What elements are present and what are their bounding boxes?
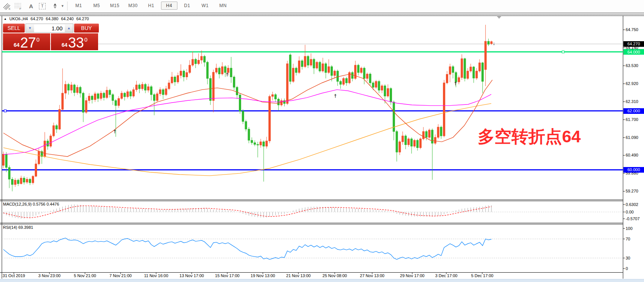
macd-label: MACD(12,26,9) 0.5756 0.4476 bbox=[3, 202, 59, 206]
mt4-terminal: E F A T ▼ M1M5M15M30H1H4D1W1MN ▲ UKOil-,… bbox=[0, 0, 644, 282]
price-axis-tick: 63.530 bbox=[626, 63, 644, 68]
chart-shift-marker-icon[interactable] bbox=[496, 16, 502, 19]
ma_red-line bbox=[3, 74, 492, 157]
rsi-axis-tick: 100 bbox=[626, 226, 644, 231]
time-axis-label: 21 Nov 13:00 bbox=[280, 273, 317, 278]
time-axis-label: 25 Nov 08:00 bbox=[316, 273, 353, 278]
ask-prefix: 64 bbox=[61, 42, 67, 49]
volume-decrease-button[interactable]: ▼ bbox=[26, 24, 34, 32]
volume-stepper: ▼ ▲ bbox=[25, 24, 73, 33]
rsi-axis-tick: 0 bbox=[626, 266, 644, 271]
bid-price-display[interactable]: 64270 bbox=[3, 33, 50, 50]
volume-input[interactable] bbox=[34, 24, 65, 32]
price-axis-tick: 61.700 bbox=[626, 117, 644, 122]
ma_orange-line bbox=[3, 103, 491, 176]
ask-pip: 0 bbox=[84, 37, 87, 49]
time-axis-label: 27 Nov 13:00 bbox=[353, 273, 391, 278]
rsi-label: RSI(14) 69.3981 bbox=[3, 225, 33, 230]
ask-price-display[interactable]: 64330 bbox=[51, 33, 98, 50]
symbol-period: UKOil-,H4 bbox=[9, 16, 28, 21]
ohlc-open: 64.270 bbox=[31, 16, 43, 21]
rsi-axis-tick: 70 bbox=[626, 237, 644, 241]
hline-handle[interactable] bbox=[4, 110, 6, 112]
chart-object-marker: † bbox=[226, 72, 228, 77]
time-axis-label: 5 Dec 17:00 bbox=[464, 273, 501, 278]
time-axis-label: 3 Dec 17:00 bbox=[428, 273, 465, 278]
time-axis-label: 29 Nov 17:00 bbox=[394, 273, 431, 278]
chart-object-marker: † bbox=[113, 128, 116, 134]
hline-handle[interactable] bbox=[562, 51, 564, 53]
time-axis-label: 11 Nov 16:00 bbox=[137, 273, 175, 278]
symbol-caret-icon: ▲ bbox=[4, 17, 7, 21]
ohlc-low: 64.240 bbox=[61, 16, 74, 21]
bid-prefix: 64 bbox=[13, 42, 19, 49]
chart-object-marker: † bbox=[454, 81, 457, 86]
time-axis-label: 3 Nov 23:00 bbox=[31, 273, 68, 278]
macd-axis-tick: -0.5707 bbox=[626, 216, 644, 221]
buy-button[interactable]: BUY bbox=[74, 24, 99, 33]
chart-object-marker: ↓ bbox=[493, 40, 495, 46]
price-axis-tick: 64.750 bbox=[626, 27, 644, 32]
one-click-trade-panel: SELL ▼ ▲ BUY 64270 64330 bbox=[3, 24, 99, 50]
price-axis-tick: 62.310 bbox=[626, 99, 644, 104]
time-axis-label: 5 Nov 21:00 bbox=[66, 273, 104, 278]
current-price-box: 64.270 bbox=[623, 41, 644, 47]
rsi-line bbox=[3, 238, 492, 259]
price-axis-tick: 59.270 bbox=[626, 189, 644, 193]
macd-axis-tick: 0.6302 bbox=[626, 202, 644, 207]
time-axis-label: 13 Nov 17:00 bbox=[173, 273, 210, 278]
chart-object-marker: † bbox=[334, 93, 337, 98]
ohlc-high: 64.380 bbox=[46, 16, 58, 21]
bid-main: 27 bbox=[20, 36, 36, 49]
ohlc-close: 64.270 bbox=[76, 16, 89, 21]
volume-increase-button[interactable]: ▲ bbox=[65, 24, 73, 32]
bid-pip: 0 bbox=[36, 37, 39, 49]
macd-axis-tick: 0.00 bbox=[626, 210, 644, 214]
time-axis-label: 15 Nov 17:00 bbox=[209, 273, 246, 278]
ask-main: 33 bbox=[68, 36, 84, 49]
hline-price-box: 60.000 bbox=[623, 167, 644, 173]
price-axis-tick: 60.490 bbox=[626, 153, 644, 157]
rsi-axis-tick: 30 bbox=[626, 256, 644, 260]
sell-button[interactable]: SELL bbox=[3, 24, 25, 33]
price-axis-tick: 61.090 bbox=[626, 135, 644, 140]
hline-price-box: 64.000 bbox=[623, 49, 644, 55]
hline-price-box: 62.000 bbox=[623, 108, 644, 114]
price-axis-tick: 62.920 bbox=[626, 81, 644, 86]
chart-ohlc-header: ▲ UKOil-,H4 64.270 64.380 64.240 64.270 bbox=[4, 16, 90, 21]
time-axis-label: 19 Nov 13:00 bbox=[244, 273, 282, 278]
chart-annotation-text: 多空转折点64 bbox=[478, 127, 581, 146]
time-axis-label: 7 Nov 21:00 bbox=[102, 273, 139, 278]
time-axis-label: 31 Oct 2019 bbox=[0, 273, 33, 278]
